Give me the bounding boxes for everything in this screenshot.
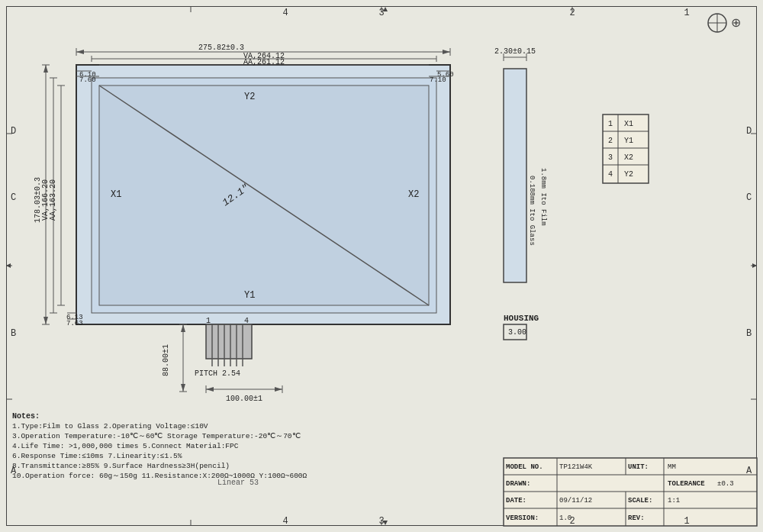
outer-border xyxy=(6,6,757,526)
page: X1 X2 Y2 Y1 12.1" 275.82±0.3 VA,264.12 A… xyxy=(0,0,763,532)
